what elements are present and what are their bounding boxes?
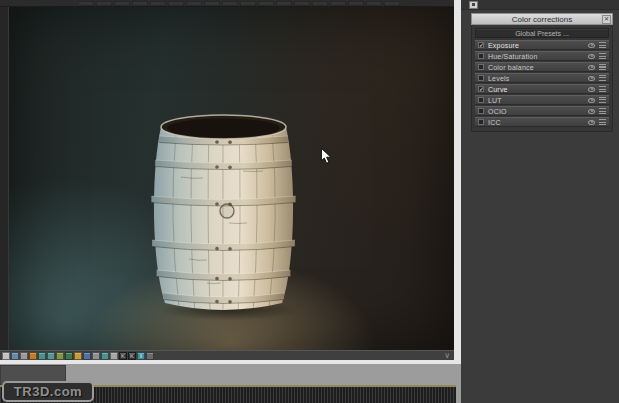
toolbar-segment[interactable] xyxy=(366,1,382,6)
vfb-bottom-toolbar: K K ‖ ∨ xyxy=(0,350,454,360)
toolbar-segment[interactable] xyxy=(276,1,292,6)
global-presets-button[interactable]: Global Presets ... xyxy=(475,28,609,38)
row-menu-icon[interactable] xyxy=(599,53,606,59)
vfb-window-border-right xyxy=(454,0,461,364)
row-label: Levels xyxy=(488,75,509,82)
app-screen: K K ‖ ∨ TR3D.com Color corrections ✕ xyxy=(0,0,619,403)
side-panel: Color corrections ✕ Global Presets ... ✓… xyxy=(461,0,619,403)
visibility-eye-icon[interactable] xyxy=(588,43,595,48)
vfb-toolbar-icon[interactable] xyxy=(146,352,154,360)
row-label: Exposure xyxy=(488,42,519,49)
visibility-eye-icon[interactable] xyxy=(588,98,595,103)
barrel-render xyxy=(151,111,296,317)
color-corrections-dialog: Color corrections ✕ Global Presets ... ✓… xyxy=(471,13,613,132)
row-label: OCIO xyxy=(488,108,507,115)
row-label: LUT xyxy=(488,97,502,104)
render-viewport[interactable] xyxy=(8,7,454,350)
row-menu-icon[interactable] xyxy=(599,75,606,81)
toolbar-segment[interactable] xyxy=(150,1,166,6)
toolbar-segment[interactable] xyxy=(186,1,202,6)
vfb-toolbar-icon[interactable] xyxy=(20,352,28,360)
row-checkbox[interactable] xyxy=(478,53,484,59)
vfb-toolbar-icon[interactable] xyxy=(83,352,91,360)
vfb-toolbar-icon[interactable]: ‖ xyxy=(137,352,145,360)
toolbar-segment[interactable] xyxy=(78,1,94,6)
vfb-toolbar-icon[interactable] xyxy=(56,352,64,360)
panel-menu-button[interactable] xyxy=(469,1,478,9)
correction-row[interactable]: Hue/Saturation xyxy=(475,51,609,61)
mouse-cursor xyxy=(321,148,333,165)
visibility-eye-icon[interactable] xyxy=(588,87,595,92)
toolbar-segment[interactable] xyxy=(204,1,220,6)
correction-row[interactable]: Color balance xyxy=(475,62,609,72)
toolbar-segment[interactable] xyxy=(294,1,310,6)
correction-row[interactable]: ICC xyxy=(475,117,609,127)
toolbar-segment[interactable] xyxy=(114,1,130,6)
row-menu-icon[interactable] xyxy=(599,108,606,114)
correction-row[interactable]: LUT xyxy=(475,95,609,105)
toolbar-segment[interactable] xyxy=(258,1,274,6)
panel-top-band xyxy=(461,0,619,10)
row-menu-icon[interactable] xyxy=(599,86,606,92)
correction-rows: ✓ Exposure Hue/Saturation xyxy=(475,40,609,127)
row-label: Curve xyxy=(488,86,508,93)
dialog-titlebar[interactable]: Color corrections ✕ xyxy=(471,13,613,25)
row-label: ICC xyxy=(488,119,501,126)
dialog-content: Global Presets ... ✓ Exposure Hue/Satura… xyxy=(471,25,613,132)
row-checkbox[interactable]: ✓ xyxy=(478,86,484,92)
row-menu-icon[interactable] xyxy=(599,64,606,70)
correction-row[interactable]: ✓ Exposure xyxy=(475,40,609,50)
visibility-eye-icon[interactable] xyxy=(588,76,595,81)
vfb-toolbar-icon[interactable] xyxy=(47,352,55,360)
vfb-toolbar-icon[interactable]: K xyxy=(119,352,127,360)
row-checkbox[interactable] xyxy=(478,108,484,114)
toolbar-segment[interactable] xyxy=(168,1,184,6)
vfb-toolbar-icon[interactable] xyxy=(92,352,100,360)
toolbar-segment[interactable] xyxy=(330,1,346,6)
row-menu-icon[interactable] xyxy=(599,42,606,48)
dialog-title: Color corrections xyxy=(512,15,572,24)
vfb-toolbar-icon[interactable] xyxy=(65,352,73,360)
correction-row[interactable]: ✓ Curve xyxy=(475,84,609,94)
row-checkbox[interactable]: ✓ xyxy=(478,42,484,48)
render-frame-window: K K ‖ ∨ xyxy=(0,0,461,364)
row-label: Color balance xyxy=(488,64,534,71)
toolbar-segment[interactable] xyxy=(222,1,238,6)
row-checkbox[interactable] xyxy=(478,97,484,103)
visibility-eye-icon[interactable] xyxy=(588,65,595,70)
toolbar-segment[interactable] xyxy=(312,1,328,6)
toolbar-segment[interactable] xyxy=(132,1,148,6)
correction-row[interactable]: OCIO xyxy=(475,106,609,116)
vfb-toolbar-icon[interactable] xyxy=(38,352,46,360)
vfb-toolbar-icon[interactable] xyxy=(29,352,37,360)
vfb-toolbar-icon[interactable] xyxy=(11,352,19,360)
vfb-toolbar-icon[interactable] xyxy=(74,352,82,360)
vfb-toolbar-icon[interactable] xyxy=(101,352,109,360)
vfb-toolbar-icon[interactable] xyxy=(2,352,10,360)
vfb-toolbar-icon[interactable]: K xyxy=(128,352,136,360)
toolbar-segment[interactable] xyxy=(348,1,364,6)
row-checkbox[interactable] xyxy=(478,119,484,125)
row-menu-icon[interactable] xyxy=(599,119,606,125)
correction-row[interactable]: Levels xyxy=(475,73,609,83)
toolbar-segment[interactable] xyxy=(384,1,400,6)
main-toolbar-strip[interactable] xyxy=(0,0,454,7)
toolbar-segment[interactable] xyxy=(240,1,256,6)
close-icon[interactable]: ✕ xyxy=(602,15,611,24)
visibility-eye-icon[interactable] xyxy=(588,54,595,59)
row-checkbox[interactable] xyxy=(478,75,484,81)
toolbar-segment[interactable] xyxy=(96,1,112,6)
row-checkbox[interactable] xyxy=(478,64,484,70)
vfb-toolbar-icon[interactable] xyxy=(110,352,118,360)
barrel-bunghole xyxy=(220,204,234,218)
row-label: Hue/Saturation xyxy=(488,53,538,60)
visibility-eye-icon[interactable] xyxy=(588,120,595,125)
row-menu-icon[interactable] xyxy=(599,97,606,103)
watermark-logo: TR3D.com xyxy=(2,381,94,402)
visibility-eye-icon[interactable] xyxy=(588,109,595,114)
